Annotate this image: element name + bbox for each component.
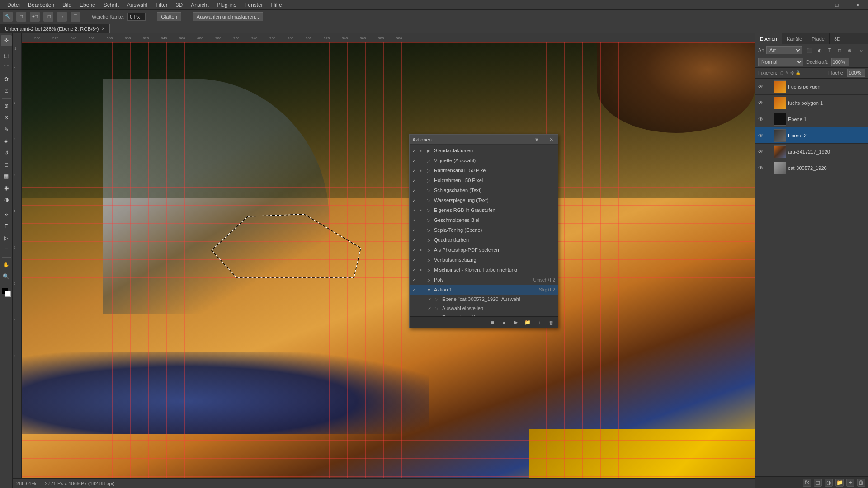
menu-schrift[interactable]: Schrift	[100, 1, 123, 9]
layer-visibility-toggle[interactable]: 👁	[757, 83, 764, 90]
layer-item[interactable]: 👁 fuchs polygon 1	[755, 95, 868, 111]
opt-subtract[interactable]: -□	[43, 12, 53, 22]
quick-select-tool[interactable]: ✿	[1, 74, 12, 84]
action-expand-icon[interactable]: ▷	[427, 267, 432, 272]
fill-input[interactable]	[847, 69, 865, 77]
color-swatches[interactable]	[2, 288, 11, 297]
action-expand-icon[interactable]: ▷	[435, 315, 440, 317]
filter-smart-icon[interactable]: ⊕	[845, 46, 854, 54]
action-expand-icon[interactable]: ▷	[427, 198, 432, 203]
filter-type-icon[interactable]: T	[826, 46, 834, 54]
add-mask-button[interactable]: ◻	[814, 479, 822, 487]
actions-header[interactable]: Aktionen ▼ ≡ ✕	[410, 135, 558, 145]
maximize-button[interactable]: □	[826, 0, 847, 10]
action-group-item[interactable]: ✓ ▷ Quadrantfarben	[410, 235, 558, 245]
action-expand-icon[interactable]: ▷	[427, 178, 432, 183]
healing-tool[interactable]: ⊗	[1, 112, 12, 123]
tab-ebenen[interactable]: Ebenen	[755, 33, 782, 44]
action-group-item[interactable]: ✓ ▷ Verlaufsumsetuzng	[410, 255, 558, 265]
gradient-tool[interactable]: ▦	[1, 171, 12, 182]
actions-collapse-button[interactable]: ▼	[533, 137, 541, 142]
history-brush[interactable]: ↺	[1, 147, 12, 158]
action-group-item[interactable]: ✓ ■ ▶ Standardaktionen	[410, 145, 558, 155]
action-expand-icon[interactable]: ▷	[427, 277, 432, 282]
action-group-item[interactable]: ✓ ■ ▷ Eigenes RGB in Graustufen	[410, 205, 558, 215]
action-group-item[interactable]: ✓ ▷ Holzrahmen - 50 Pixel	[410, 175, 558, 185]
layer-visibility-toggle[interactable]: 👁	[757, 132, 764, 139]
opt-add[interactable]: +□	[30, 12, 40, 22]
eyedropper-tool[interactable]: ⊕	[1, 100, 12, 111]
menu-bild[interactable]: Bild	[59, 1, 75, 9]
actions-menu-button[interactable]: ≡	[541, 137, 547, 142]
menu-3d[interactable]: 3D	[172, 1, 186, 9]
lock-all-icon[interactable]: 🔒	[795, 70, 801, 75]
add-adjustment-button[interactable]: ◑	[825, 479, 833, 487]
action-expand-icon[interactable]: ▷	[435, 306, 440, 311]
actions-new-action-button[interactable]: +	[535, 319, 543, 327]
action-group-item[interactable]: ✓ ▷ Schlagschatten (Text)	[410, 185, 558, 195]
image-canvas[interactable]	[22, 42, 755, 488]
action-expand-icon[interactable]: ▷	[427, 258, 432, 263]
lock-move-icon[interactable]: ✜	[790, 70, 794, 75]
tab-kanaele[interactable]: Kanäle	[782, 33, 807, 44]
action-expand-icon[interactable]: ▷	[435, 297, 440, 302]
opt-brush[interactable]: ⌒	[71, 12, 80, 22]
menu-ansicht[interactable]: Ansicht	[187, 1, 212, 9]
action-group-item[interactable]: ✓ ▷ Wasserspiegelung (Text)	[410, 195, 558, 205]
document-tab[interactable]: Unbenannt-2 bei 288% (Ebene 2, RGB/8*) ✕	[0, 24, 110, 33]
action-expand-icon[interactable]: ▷	[427, 218, 432, 223]
action-expand-icon[interactable]: ▷	[427, 208, 432, 213]
add-group-button[interactable]: 📁	[835, 479, 844, 487]
filter-adjust-icon[interactable]: ◐	[816, 46, 824, 54]
action-group-item[interactable]: ✓ ▷ Vignette (Auswahl)	[410, 155, 558, 165]
action-group-item[interactable]: ✓ ▷ Geschmolzenes Blei	[410, 215, 558, 225]
close-button[interactable]: ✕	[847, 0, 868, 10]
layer-visibility-toggle[interactable]: 👁	[757, 99, 764, 107]
menu-ebene[interactable]: Ebene	[76, 1, 99, 9]
eraser-tool[interactable]: ◻	[1, 159, 12, 170]
play-button[interactable]: ▶	[512, 319, 520, 327]
blur-tool[interactable]: ◉	[1, 183, 12, 193]
menu-plugins[interactable]: Plug-ins	[213, 1, 240, 9]
action-subitem[interactable]: ✓ ▷ Ebene "cat-300572_1920" Auswahl	[410, 295, 558, 304]
minimize-button[interactable]: ─	[806, 0, 826, 10]
lasso-tool[interactable]: ⌒	[1, 62, 12, 73]
tab-close-button[interactable]: ✕	[101, 26, 105, 31]
action-group-item[interactable]: ✓ ■ ▷ Rahmenkanal - 50 Pixel	[410, 165, 558, 175]
actions-new-set-button[interactable]: 📁	[524, 319, 532, 327]
action-group-item[interactable]: ✓ ■ ▷ Mischpinsel - Klonen, Farbeinricht…	[410, 265, 558, 275]
action-expand-icon[interactable]: ▼	[427, 287, 432, 292]
select-mask-button[interactable]: Auswählen und maskieren...	[193, 12, 263, 21]
add-style-button[interactable]: fx	[803, 479, 811, 487]
action-expand-icon[interactable]: ▷	[427, 158, 432, 163]
layer-visibility-toggle[interactable]: 👁	[757, 164, 764, 172]
filter-select[interactable]: Art	[766, 46, 802, 54]
text-tool[interactable]: T	[1, 221, 12, 232]
layer-item[interactable]: 👁 Fuchs polygon	[755, 79, 868, 95]
record-button[interactable]: ●	[500, 319, 508, 327]
opt-intersect[interactable]: ∩	[57, 12, 67, 22]
pen-tool[interactable]: ✒	[1, 209, 12, 220]
hand-tool[interactable]: ✋	[1, 259, 12, 270]
menu-hilfe[interactable]: Hilfe	[268, 1, 286, 9]
action-group-item[interactable]: ✓ ▼ Aktion 1 Strg+F2	[410, 285, 558, 295]
tab-3d[interactable]: 3D	[830, 33, 845, 44]
opacity-input[interactable]	[831, 58, 849, 66]
delete-layer-button[interactable]: 🗑	[857, 479, 865, 487]
action-expand-icon[interactable]: ▷	[427, 248, 432, 253]
layer-item[interactable]: 👁 Ebene 1	[755, 111, 868, 127]
layer-item[interactable]: 👁 Ebene 2	[755, 127, 868, 144]
menu-fenster[interactable]: Fenster	[241, 1, 267, 9]
lock-paint-icon[interactable]: ✎	[785, 70, 789, 75]
shape-tool[interactable]: ◻	[1, 244, 12, 255]
smooth-button[interactable]: Glätten	[157, 12, 181, 21]
add-layer-button[interactable]: +	[846, 479, 854, 487]
opt-new[interactable]: □	[16, 12, 26, 22]
clone-tool[interactable]: ◈	[1, 136, 12, 146]
lock-transparent-icon[interactable]: ⬡	[780, 70, 784, 75]
action-expand-icon[interactable]: ▷	[427, 238, 432, 243]
action-subitem[interactable]: ✓ ▷ Ebene durch Kopie	[410, 313, 558, 316]
actions-close-button[interactable]: ✕	[547, 136, 555, 142]
actions-delete-button[interactable]: 🗑	[547, 319, 555, 327]
brush-tool[interactable]: ✎	[1, 124, 12, 135]
